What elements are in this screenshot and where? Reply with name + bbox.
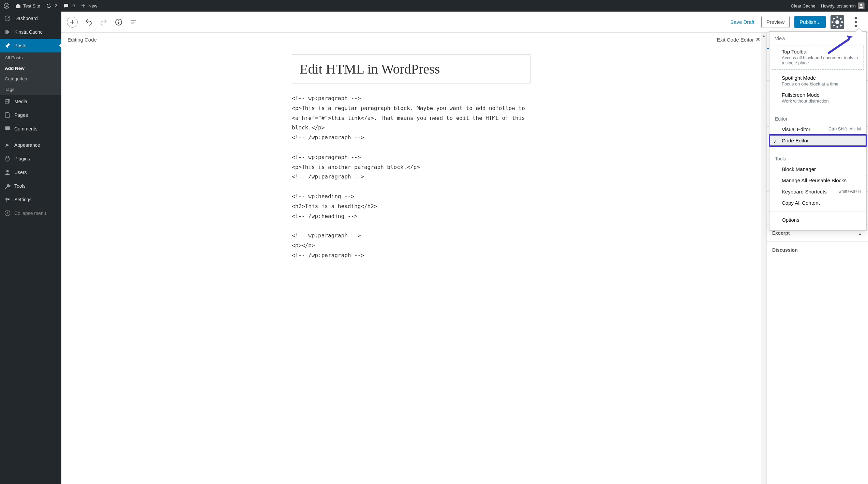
menu-reusable-blocks[interactable]: Manage All Reusable Blocks bbox=[769, 175, 866, 186]
sidebar-label: Users bbox=[14, 170, 27, 175]
scroll-up-icon: ▲ bbox=[761, 33, 766, 38]
settings-gear-button[interactable] bbox=[830, 15, 844, 29]
sidebar-label: Dashboard bbox=[14, 16, 38, 21]
svg-point-13 bbox=[855, 21, 857, 23]
menu-fullscreen[interactable]: Fullscreen Mode Work without distraction bbox=[769, 89, 866, 106]
post-code-textarea[interactable] bbox=[292, 94, 530, 284]
sidebar-item-appearance[interactable]: Appearance bbox=[0, 138, 61, 152]
tools-icon bbox=[4, 183, 11, 189]
sidebar-sub-tags[interactable]: Tags bbox=[0, 84, 61, 95]
redo-button[interactable] bbox=[97, 15, 110, 29]
menu-item-desc: Access all block and document tools in a… bbox=[782, 55, 861, 65]
menu-section-view: View bbox=[769, 32, 866, 43]
admin-new[interactable]: New bbox=[80, 3, 97, 9]
info-icon bbox=[115, 18, 123, 26]
menu-keyboard-shortcuts[interactable]: Keyboard Shortcuts Shift+Alt+H bbox=[769, 186, 866, 197]
media-icon bbox=[4, 98, 11, 105]
sidebar-item-settings[interactable]: Settings bbox=[0, 193, 61, 206]
svg-point-10 bbox=[119, 20, 119, 21]
plugins-icon bbox=[4, 155, 11, 162]
sidebar-sub-add-new[interactable]: Add New bbox=[0, 63, 61, 74]
sidebar-label: Comments bbox=[14, 126, 38, 131]
admin-sidebar: Dashboard Kinsta Cache Posts All Posts A… bbox=[0, 12, 61, 484]
updates-count: 3 bbox=[55, 3, 58, 8]
outline-button[interactable] bbox=[127, 15, 140, 29]
menu-spotlight[interactable]: Spotlight Mode Focus on one block at a t… bbox=[769, 72, 866, 89]
menu-section-tools: Tools bbox=[769, 152, 866, 163]
sidebar-label: Posts bbox=[14, 43, 26, 48]
pages-icon bbox=[4, 112, 11, 119]
site-name: Test Site bbox=[23, 3, 40, 9]
wp-logo[interactable] bbox=[3, 3, 10, 9]
sidebar-label: Tools bbox=[14, 183, 26, 189]
menu-code-editor[interactable]: ✓ Code Editor bbox=[769, 135, 866, 146]
svg-point-12 bbox=[855, 17, 857, 19]
comments-count: 0 bbox=[73, 3, 75, 8]
plus-icon bbox=[80, 3, 86, 9]
plus-icon bbox=[68, 18, 76, 26]
close-icon: ✕ bbox=[756, 36, 760, 43]
menu-section-editor: Editor bbox=[769, 112, 866, 124]
sidebar-item-tools[interactable]: Tools bbox=[0, 179, 61, 193]
publish-button[interactable]: Publish... bbox=[794, 16, 826, 28]
admin-comments[interactable]: 0 bbox=[63, 3, 75, 9]
menu-item-title: Keyboard Shortcuts bbox=[782, 189, 827, 194]
pin-icon bbox=[4, 42, 11, 49]
menu-item-title: Code Editor bbox=[782, 138, 809, 143]
users-icon bbox=[4, 169, 11, 176]
post-title-input[interactable] bbox=[300, 61, 523, 77]
menu-copy-all[interactable]: Copy All Content bbox=[769, 197, 866, 208]
more-options-button[interactable] bbox=[849, 15, 863, 29]
admin-updates[interactable]: 3 bbox=[46, 3, 58, 9]
sidebar-item-kinsta[interactable]: Kinsta Cache bbox=[0, 25, 61, 39]
mode-bar: Editing Code Exit Code Editor ✕ bbox=[61, 33, 868, 46]
sidebar-sub-categories[interactable]: Categories bbox=[0, 74, 61, 84]
menu-item-shortcut: Ctrl+Shift+Alt+M bbox=[828, 126, 861, 131]
settings-icon bbox=[4, 196, 11, 203]
sidebar-label: Appearance bbox=[14, 142, 40, 148]
panel-discussion-heading[interactable]: Discussion bbox=[767, 242, 868, 258]
preview-button[interactable]: Preview bbox=[761, 16, 790, 28]
sidebar-item-comments[interactable]: Comments bbox=[0, 122, 61, 136]
admin-site-link[interactable]: Test Site bbox=[15, 3, 40, 9]
svg-point-14 bbox=[855, 25, 857, 27]
sidebar-collapse[interactable]: Collapse menu bbox=[0, 206, 61, 220]
appearance-icon bbox=[4, 142, 11, 149]
sidebar-item-pages[interactable]: Pages bbox=[0, 108, 61, 122]
sidebar-label: Collapse menu bbox=[14, 210, 46, 216]
menu-item-shortcut: Shift+Alt+H bbox=[838, 189, 861, 194]
collapse-icon bbox=[4, 210, 11, 217]
updates-icon bbox=[46, 3, 52, 9]
menu-item-title: Manage All Reusable Blocks bbox=[782, 177, 847, 183]
menu-options[interactable]: Options bbox=[769, 214, 866, 225]
sidebar-sub-all-posts[interactable]: All Posts bbox=[0, 52, 61, 63]
save-draft-button[interactable]: Save Draft bbox=[725, 19, 760, 25]
home-icon bbox=[15, 3, 21, 9]
menu-item-title: Spotlight Mode bbox=[782, 75, 838, 81]
admin-greeting[interactable]: Howdy, testadmin bbox=[821, 2, 865, 9]
sidebar-item-dashboard[interactable]: Dashboard bbox=[0, 12, 61, 25]
editor-body bbox=[61, 46, 761, 484]
sidebar-item-posts[interactable]: Posts bbox=[0, 39, 61, 52]
menu-block-manager[interactable]: Block Manager bbox=[769, 163, 866, 175]
menu-item-title: Visual Editor bbox=[782, 126, 810, 132]
greeting-text: Howdy, testadmin bbox=[821, 3, 856, 9]
clear-cache-link[interactable]: Clear Cache bbox=[791, 3, 815, 9]
sidebar-item-users[interactable]: Users bbox=[0, 166, 61, 179]
info-button[interactable] bbox=[112, 15, 125, 29]
svg-point-11 bbox=[836, 20, 839, 24]
dashboard-icon bbox=[4, 15, 11, 22]
sidebar-item-plugins[interactable]: Plugins bbox=[0, 152, 61, 166]
kebab-icon bbox=[849, 15, 863, 29]
menu-top-toolbar[interactable]: Top Toolbar Access all block and documen… bbox=[769, 46, 866, 68]
svg-point-2 bbox=[6, 101, 8, 102]
add-block-button[interactable] bbox=[67, 17, 78, 28]
gear-icon bbox=[830, 15, 844, 29]
menu-item-desc: Work without distraction bbox=[782, 98, 829, 104]
sidebar-item-media[interactable]: Media bbox=[0, 95, 61, 108]
menu-visual-editor[interactable]: Visual Editor Ctrl+Shift+Alt+M bbox=[769, 124, 866, 135]
exit-code-editor-button[interactable]: Exit Code Editor ✕ bbox=[717, 36, 760, 43]
undo-button[interactable] bbox=[82, 15, 95, 29]
editor-scrollbar[interactable]: ▲ bbox=[761, 33, 766, 484]
menu-item-title: Top Toolbar bbox=[782, 49, 861, 54]
